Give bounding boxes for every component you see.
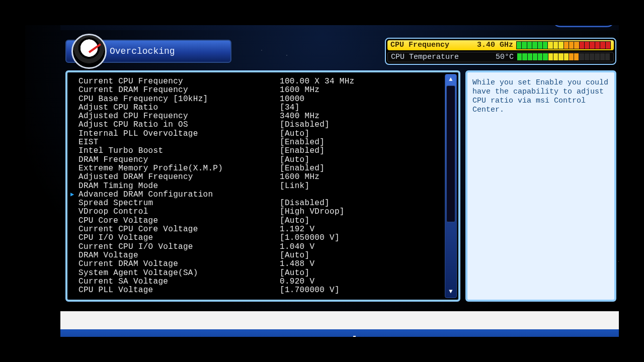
setting-value[interactable]: [1.700000 V] <box>280 286 340 295</box>
setting-value: 1.192 V <box>280 225 314 234</box>
setting-value: 0.920 V <box>280 278 314 286</box>
help-text: While you set Enable you could have the … <box>472 78 608 114</box>
setting-value[interactable]: [34] <box>280 104 300 112</box>
overclocking-tab[interactable]: Overclocking <box>65 40 231 63</box>
setting-key: Current DRAM Frequency <box>78 86 280 95</box>
setting-value[interactable]: [Disabled] <box>280 199 330 208</box>
section-title: Overclocking <box>110 46 175 56</box>
scroll-thumb[interactable] <box>446 85 455 222</box>
setting-row[interactable]: System Agent Voltage(SA)[Auto] <box>78 269 452 278</box>
logo-click-text: CLiCK <box>69 6 124 25</box>
scroll-track[interactable] <box>445 85 456 287</box>
setting-key: Adjusted CPU Frequency <box>78 112 280 121</box>
setting-value: 3400 MHz <box>280 112 319 121</box>
setting-row: Current CPU Core Voltage1.192 V <box>78 225 452 234</box>
setting-value[interactable]: [Disabled] <box>280 121 330 129</box>
setting-row: Adjusted CPU Frequency3400 MHz <box>78 112 452 121</box>
setting-value[interactable]: [Link] <box>280 182 309 191</box>
setting-key: VDroop Control <box>78 208 280 216</box>
setting-row[interactable]: Intel Turbo Boost[Enabled] <box>78 147 452 155</box>
setting-key: CPU Base Frequency [10kHz] <box>78 95 280 104</box>
setting-value[interactable]: [Enabled] <box>280 164 325 173</box>
setting-value[interactable]: [Auto] <box>280 251 309 260</box>
setting-row: Current DRAM Voltage1.488 V <box>78 260 452 268</box>
gauge-icon <box>71 34 107 69</box>
setting-key: Advanced DRAM Configuration <box>78 191 280 199</box>
setting-key: Current CPU I/O Voltage <box>78 243 280 251</box>
setting-key: CPU I/O Voltage <box>78 234 280 242</box>
setting-value: 1.488 V <box>280 260 314 268</box>
setting-key: CPU PLL Voltage <box>78 286 280 295</box>
setting-row[interactable]: Spread Spectrum[Disabled] <box>78 199 452 208</box>
setting-value[interactable]: [Enabled] <box>280 147 325 155</box>
setting-row[interactable]: Internal PLL Overvoltage[Auto] <box>78 130 452 138</box>
setting-key: Extreme Memory Profile(X.M.P) <box>78 164 280 173</box>
cpu-temperature-value: 50°C <box>476 53 517 61</box>
help-panel: While you set Enable you could have the … <box>465 70 616 302</box>
logo-bios-text: BIOS <box>124 6 166 25</box>
setting-value[interactable]: [1.050000 V] <box>280 234 340 242</box>
back-button[interactable]: Back <box>551 7 616 27</box>
setting-row: Current CPU Frequency100.00 X 34 MHz <box>78 77 452 86</box>
setting-row[interactable]: DRAM Voltage[Auto] <box>78 251 452 260</box>
cpu-temperature-label: CPU Temperature <box>391 53 476 61</box>
setting-value: 100.00 X 34 MHz <box>280 77 355 86</box>
setting-key: DRAM Voltage <box>78 251 280 260</box>
setting-row[interactable]: CPU PLL Voltage[1.700000 V] <box>78 286 452 295</box>
setting-row[interactable]: Adjust CPU Ratio in OS[Disabled] <box>78 121 452 129</box>
setting-key: Current DRAM Voltage <box>78 260 280 268</box>
back-label: Back <box>580 11 604 24</box>
setting-value[interactable]: [Auto] <box>280 156 309 164</box>
setting-value[interactable]: [Auto] <box>280 269 309 278</box>
cpu-frequency-bar <box>516 41 611 49</box>
setting-value[interactable]: [High VDroop] <box>280 208 345 216</box>
setting-row[interactable]: Extreme Memory Profile(X.M.P)[Enabled] <box>78 164 452 173</box>
setting-key: System Agent Voltage(SA) <box>78 269 280 278</box>
setting-row: Current SA Voltage0.920 V <box>78 278 452 286</box>
setting-row[interactable]: DRAM Frequency[Auto] <box>78 156 452 164</box>
setting-key: Adjusted DRAM Frequency <box>78 173 280 182</box>
setting-key: Internal PLL Overvoltage <box>78 130 280 138</box>
setting-value[interactable]: [Auto] <box>280 130 309 138</box>
top-bar: CLiCK BIOS Efficient.Flexible.Intelligen… <box>60 0 621 30</box>
setting-key: Intel Turbo Boost <box>78 147 280 155</box>
setting-value[interactable]: [Auto] <box>280 217 309 225</box>
setting-value: 1600 MHz <box>280 173 319 182</box>
setting-row[interactable]: Adjust CPU Ratio[34] <box>78 104 452 112</box>
setting-key: EIST <box>78 138 280 147</box>
brand-logo: msi <box>323 333 356 354</box>
setting-row[interactable]: DRAM Timing Mode[Link] <box>78 182 452 191</box>
setting-key: Current CPU Core Voltage <box>78 225 280 234</box>
cpu-frequency-readout: CPU Frequency 3.40 GHz <box>387 40 614 50</box>
setting-row: Adjusted DRAM Frequency1600 MHz <box>78 173 452 182</box>
cpu-frequency-label: CPU Frequency <box>390 41 476 49</box>
setting-row[interactable]: Advanced DRAM Configuration <box>78 191 452 199</box>
setting-row[interactable]: EIST[Enabled] <box>78 138 452 147</box>
setting-row[interactable]: CPU Base Frequency [10kHz]10000 <box>78 95 452 104</box>
setting-row[interactable]: CPU Core Voltage[Auto] <box>78 217 452 225</box>
setting-value: 1600 MHz <box>280 86 319 95</box>
setting-key: DRAM Timing Mode <box>78 182 280 191</box>
back-arrow-icon <box>564 12 577 22</box>
footer-spacer <box>60 311 619 329</box>
setting-row[interactable]: VDroop Control[High VDroop] <box>78 208 452 216</box>
setting-value: 1.040 V <box>280 243 314 251</box>
setting-value[interactable]: [Enabled] <box>280 138 325 147</box>
cpu-frequency-value: 3.40 GHz <box>476 41 516 49</box>
setting-key: Current CPU Frequency <box>78 77 280 86</box>
logo: CLiCK BIOS <box>69 6 166 25</box>
scroll-down-icon[interactable]: ▼ <box>445 287 456 298</box>
setting-value[interactable]: 10000 <box>280 95 305 104</box>
brand-bar: msi <box>60 329 619 357</box>
setting-key: Spread Spectrum <box>78 199 280 208</box>
setting-key: Current SA Voltage <box>78 278 280 286</box>
readouts-panel: CPU Frequency 3.40 GHz CPU Temperature 5… <box>385 38 616 65</box>
setting-row: Current DRAM Frequency1600 MHz <box>78 86 452 95</box>
setting-row: Current CPU I/O Voltage1.040 V <box>78 243 452 251</box>
setting-key: DRAM Frequency <box>78 156 280 164</box>
scroll-up-icon[interactable]: ▲ <box>445 74 456 85</box>
setting-key: Adjust CPU Ratio <box>78 104 280 112</box>
settings-list[interactable]: Current CPU Frequency100.00 X 34 MHzCurr… <box>65 70 460 302</box>
setting-row[interactable]: CPU I/O Voltage[1.050000 V] <box>78 234 452 242</box>
scrollbar[interactable]: ▲▼ <box>445 74 457 298</box>
